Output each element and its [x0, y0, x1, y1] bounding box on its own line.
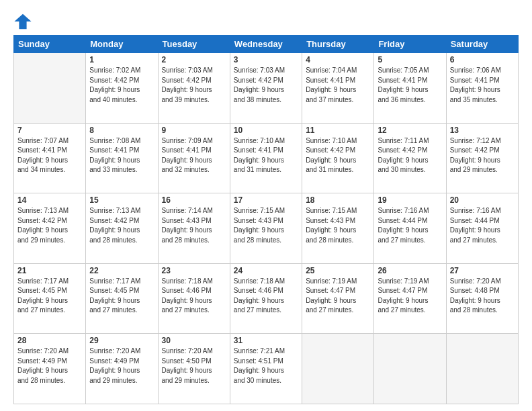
day-number: 12 [378, 126, 442, 135]
day-number: 17 [234, 195, 298, 205]
day-number: 20 [450, 195, 515, 205]
day-header-thursday: Thursday [302, 36, 374, 53]
calendar-cell: 28Sunrise: 7:20 AM Sunset: 4:49 PM Dayli… [14, 334, 86, 404]
cell-info: Sunrise: 7:20 AM Sunset: 4:50 PM Dayligh… [162, 347, 226, 385]
day-number: 6 [450, 55, 515, 64]
calendar-cell: 7Sunrise: 7:07 AM Sunset: 4:41 PM Daylig… [14, 123, 86, 193]
calendar-cell: 8Sunrise: 7:08 AM Sunset: 4:41 PM Daylig… [86, 123, 158, 193]
calendar-cell: 10Sunrise: 7:10 AM Sunset: 4:41 PM Dayli… [230, 123, 302, 193]
day-number: 25 [306, 266, 370, 275]
cell-info: Sunrise: 7:04 AM Sunset: 4:41 PM Dayligh… [306, 66, 370, 105]
cell-info: Sunrise: 7:18 AM Sunset: 4:46 PM Dayligh… [162, 277, 226, 316]
calendar-cell [302, 334, 374, 404]
calendar-cell: 30Sunrise: 7:20 AM Sunset: 4:50 PM Dayli… [158, 334, 230, 404]
cell-info: Sunrise: 7:13 AM Sunset: 4:42 PM Dayligh… [17, 206, 82, 245]
week-row-0: 1Sunrise: 7:02 AM Sunset: 4:42 PM Daylig… [14, 53, 519, 124]
day-number: 21 [17, 266, 82, 275]
day-number: 22 [89, 266, 154, 275]
cell-info: Sunrise: 7:02 AM Sunset: 4:42 PM Dayligh… [89, 66, 154, 105]
day-number: 26 [378, 266, 442, 275]
calendar-cell: 16Sunrise: 7:14 AM Sunset: 4:43 PM Dayli… [158, 193, 230, 264]
calendar-cell: 18Sunrise: 7:15 AM Sunset: 4:43 PM Dayli… [302, 193, 374, 264]
day-number: 2 [162, 55, 226, 64]
calendar-cell: 26Sunrise: 7:19 AM Sunset: 4:47 PM Dayli… [374, 263, 446, 334]
page: SundayMondayTuesdayWednesdayThursdayFrid… [0, 0, 532, 411]
calendar-cell: 9Sunrise: 7:09 AM Sunset: 4:41 PM Daylig… [158, 123, 230, 193]
day-header-sunday: Sunday [14, 36, 86, 53]
cell-info: Sunrise: 7:10 AM Sunset: 4:41 PM Dayligh… [234, 136, 298, 175]
cell-info: Sunrise: 7:11 AM Sunset: 4:42 PM Dayligh… [378, 136, 442, 175]
calendar-table: SundayMondayTuesdayWednesdayThursdayFrid… [13, 35, 519, 404]
cell-info: Sunrise: 7:14 AM Sunset: 4:43 PM Dayligh… [162, 206, 226, 245]
day-header-saturday: Saturday [446, 36, 518, 53]
calendar-cell: 17Sunrise: 7:15 AM Sunset: 4:43 PM Dayli… [230, 193, 302, 264]
day-number: 14 [17, 195, 82, 205]
cell-info: Sunrise: 7:03 AM Sunset: 4:42 PM Dayligh… [162, 66, 226, 105]
cell-info: Sunrise: 7:03 AM Sunset: 4:42 PM Dayligh… [234, 66, 298, 105]
day-header-tuesday: Tuesday [158, 36, 230, 53]
day-number: 30 [162, 336, 226, 345]
week-row-3: 21Sunrise: 7:17 AM Sunset: 4:45 PM Dayli… [14, 263, 519, 334]
day-number: 5 [378, 55, 442, 64]
day-header-friday: Friday [374, 36, 446, 53]
day-number: 7 [17, 126, 82, 135]
cell-info: Sunrise: 7:17 AM Sunset: 4:45 PM Dayligh… [17, 277, 82, 316]
cell-info: Sunrise: 7:10 AM Sunset: 4:42 PM Dayligh… [306, 136, 370, 175]
week-row-4: 28Sunrise: 7:20 AM Sunset: 4:49 PM Dayli… [14, 334, 519, 404]
cell-info: Sunrise: 7:06 AM Sunset: 4:41 PM Dayligh… [450, 66, 515, 105]
day-number: 28 [17, 336, 82, 345]
cell-info: Sunrise: 7:09 AM Sunset: 4:41 PM Dayligh… [162, 136, 226, 175]
calendar-cell: 21Sunrise: 7:17 AM Sunset: 4:45 PM Dayli… [14, 263, 86, 334]
logo-icon [13, 12, 32, 31]
cell-info: Sunrise: 7:05 AM Sunset: 4:41 PM Dayligh… [378, 66, 442, 105]
calendar-cell [446, 334, 518, 404]
calendar-cell: 5Sunrise: 7:05 AM Sunset: 4:41 PM Daylig… [374, 53, 446, 124]
day-number: 13 [450, 126, 515, 135]
calendar-cell: 14Sunrise: 7:13 AM Sunset: 4:42 PM Dayli… [14, 193, 86, 264]
week-row-2: 14Sunrise: 7:13 AM Sunset: 4:42 PM Dayli… [14, 193, 519, 264]
week-row-1: 7Sunrise: 7:07 AM Sunset: 4:41 PM Daylig… [14, 123, 519, 193]
calendar-cell: 4Sunrise: 7:04 AM Sunset: 4:41 PM Daylig… [302, 53, 374, 124]
cell-info: Sunrise: 7:08 AM Sunset: 4:41 PM Dayligh… [89, 136, 154, 175]
calendar-cell: 22Sunrise: 7:17 AM Sunset: 4:45 PM Dayli… [86, 263, 158, 334]
logo [13, 12, 35, 31]
cell-info: Sunrise: 7:15 AM Sunset: 4:43 PM Dayligh… [234, 206, 298, 245]
day-number: 10 [234, 126, 298, 135]
cell-info: Sunrise: 7:16 AM Sunset: 4:44 PM Dayligh… [450, 206, 515, 245]
calendar-cell: 13Sunrise: 7:12 AM Sunset: 4:42 PM Dayli… [446, 123, 518, 193]
calendar-cell: 3Sunrise: 7:03 AM Sunset: 4:42 PM Daylig… [230, 53, 302, 124]
cell-info: Sunrise: 7:17 AM Sunset: 4:45 PM Dayligh… [89, 277, 154, 316]
day-number: 19 [378, 195, 442, 205]
day-number: 16 [162, 195, 226, 205]
cell-info: Sunrise: 7:18 AM Sunset: 4:46 PM Dayligh… [234, 277, 298, 316]
cell-info: Sunrise: 7:19 AM Sunset: 4:47 PM Dayligh… [306, 277, 370, 316]
calendar-cell [14, 53, 86, 124]
cell-info: Sunrise: 7:15 AM Sunset: 4:43 PM Dayligh… [306, 206, 370, 245]
calendar-cell: 15Sunrise: 7:13 AM Sunset: 4:42 PM Dayli… [86, 193, 158, 264]
calendar-cell: 29Sunrise: 7:20 AM Sunset: 4:49 PM Dayli… [86, 334, 158, 404]
cell-info: Sunrise: 7:07 AM Sunset: 4:41 PM Dayligh… [17, 136, 82, 175]
calendar-cell: 2Sunrise: 7:03 AM Sunset: 4:42 PM Daylig… [158, 53, 230, 124]
calendar-cell: 11Sunrise: 7:10 AM Sunset: 4:42 PM Dayli… [302, 123, 374, 193]
cell-info: Sunrise: 7:20 AM Sunset: 4:49 PM Dayligh… [17, 347, 82, 385]
day-number: 8 [89, 126, 154, 135]
calendar-cell: 19Sunrise: 7:16 AM Sunset: 4:44 PM Dayli… [374, 193, 446, 264]
day-number: 3 [234, 55, 298, 64]
calendar-cell [374, 334, 446, 404]
day-header-wednesday: Wednesday [230, 36, 302, 53]
calendar-cell: 24Sunrise: 7:18 AM Sunset: 4:46 PM Dayli… [230, 263, 302, 334]
cell-info: Sunrise: 7:13 AM Sunset: 4:42 PM Dayligh… [89, 206, 154, 245]
day-number: 1 [89, 55, 154, 64]
cell-info: Sunrise: 7:20 AM Sunset: 4:48 PM Dayligh… [450, 277, 515, 316]
day-number: 29 [89, 336, 154, 345]
day-number: 4 [306, 55, 370, 64]
day-number: 24 [234, 266, 298, 275]
calendar-cell: 20Sunrise: 7:16 AM Sunset: 4:44 PM Dayli… [446, 193, 518, 264]
day-header-monday: Monday [86, 36, 158, 53]
day-number: 18 [306, 195, 370, 205]
calendar-cell: 31Sunrise: 7:21 AM Sunset: 4:51 PM Dayli… [230, 334, 302, 404]
cell-info: Sunrise: 7:12 AM Sunset: 4:42 PM Dayligh… [450, 136, 515, 175]
day-number: 9 [162, 126, 226, 135]
calendar-header-row: SundayMondayTuesdayWednesdayThursdayFrid… [14, 36, 519, 53]
cell-info: Sunrise: 7:20 AM Sunset: 4:49 PM Dayligh… [89, 347, 154, 385]
